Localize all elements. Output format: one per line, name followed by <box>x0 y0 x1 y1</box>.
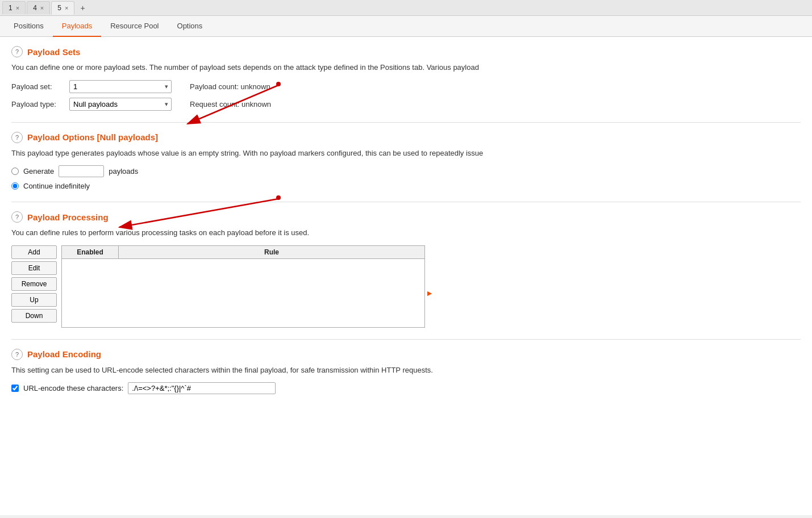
generate-label: Generate <box>23 167 54 176</box>
tab-resource-pool[interactable]: Resource Pool <box>101 16 168 37</box>
payload-processing-header: ? Payload Processing <box>11 211 801 223</box>
payload-encoding-desc: This setting can be used to URL-encode s… <box>11 365 801 376</box>
payload-processing-desc: You can define rules to perform various … <box>11 227 801 239</box>
payload-type-select[interactable]: Null payloads <box>69 98 172 111</box>
generate-radio[interactable] <box>11 168 19 175</box>
url-encode-checkbox[interactable] <box>11 385 19 392</box>
continue-label: Continue indefinitely <box>23 182 90 190</box>
new-tab-button[interactable]: + <box>76 1 89 15</box>
continue-radio-option: Continue indefinitely <box>11 182 801 190</box>
url-encode-label: URL-encode these characters: <box>23 384 123 392</box>
window-tab-1[interactable]: 1 × <box>2 1 26 14</box>
payload-sets-section: ? Payload Sets You can define one or mor… <box>11 46 801 111</box>
payload-type-row: Payload type: Null payloads Request coun… <box>11 98 801 111</box>
payload-options-help-icon[interactable]: ? <box>11 132 23 143</box>
payload-processing-title: Payload Processing <box>27 212 109 222</box>
generate-suffix: payloads <box>109 167 138 176</box>
window-tab-5-close[interactable]: × <box>65 5 68 11</box>
generate-radio-option: Generate payloads <box>11 165 801 177</box>
payload-processing-help-icon[interactable]: ? <box>11 211 23 223</box>
payload-count-info: Payload count: unknown <box>190 82 270 91</box>
payload-type-label: Payload type: <box>11 100 63 108</box>
url-encode-row: URL-encode these characters: <box>11 382 801 394</box>
window-tab-1-close[interactable]: × <box>16 5 19 11</box>
payload-set-label: Payload set: <box>11 82 63 91</box>
payload-set-select[interactable]: 1 <box>69 80 172 93</box>
down-rule-button[interactable]: Down <box>11 309 57 323</box>
divider-1 <box>11 122 801 123</box>
payload-set-row: Payload set: 1 Payload count: unknown <box>11 80 801 93</box>
payload-encoding-section: ? Payload Encoding This setting can be u… <box>11 349 801 395</box>
window-tab-4[interactable]: 4 × <box>27 1 50 14</box>
payload-options-section: ? Payload Options [Null payloads] This p… <box>11 132 801 191</box>
payload-encoding-header: ? Payload Encoding <box>11 349 801 360</box>
processing-table: Enabled Rule ► <box>61 245 425 328</box>
payload-sets-help-icon[interactable]: ? <box>11 46 23 57</box>
up-rule-button[interactable]: Up <box>11 293 57 307</box>
payload-options-title: Payload Options [Null payloads] <box>27 132 158 142</box>
divider-3 <box>11 339 801 340</box>
nav-tabs: Positions Payloads Resource Pool Options <box>0 16 812 37</box>
tab-options[interactable]: Options <box>168 16 212 37</box>
payload-processing-section: ? Payload Processing You can define rule… <box>11 211 801 328</box>
payload-encoding-title: Payload Encoding <box>27 349 101 359</box>
window-tab-bar: 1 × 4 × 5 × + <box>0 0 812 16</box>
payload-set-select-wrapper: 1 <box>69 80 172 93</box>
main-content: ? Payload Sets You can define one or mor… <box>0 37 812 515</box>
generate-count-input[interactable] <box>59 165 104 177</box>
payload-options-desc: This payload type generates payloads who… <box>11 148 801 159</box>
payload-sets-header: ? Payload Sets <box>11 46 801 57</box>
processing-buttons: Add Edit Remove Up Down <box>11 245 57 323</box>
window-tab-4-label: 4 <box>33 4 37 12</box>
url-encode-chars-input[interactable] <box>128 382 276 394</box>
continue-radio[interactable] <box>11 182 19 190</box>
window-tab-5[interactable]: 5 × <box>51 1 74 15</box>
payload-options-header: ? Payload Options [Null payloads] <box>11 132 801 143</box>
col-rule: Rule <box>119 246 424 258</box>
table-arrow-icon: ► <box>426 289 434 298</box>
window-tab-4-close[interactable]: × <box>40 5 44 11</box>
table-body: ► <box>62 259 424 327</box>
edit-rule-button[interactable]: Edit <box>11 261 57 275</box>
payload-sets-desc: You can define one or more payload sets.… <box>11 62 801 73</box>
payload-sets-title: Payload Sets <box>27 47 80 57</box>
request-count-info: Request count: unknown <box>190 100 271 108</box>
col-enabled: Enabled <box>62 246 119 258</box>
tab-positions[interactable]: Positions <box>5 16 53 37</box>
processing-layout: Add Edit Remove Up Down Enabled Rule ► <box>11 245 801 328</box>
window-tab-1-label: 1 <box>9 4 13 12</box>
window-tab-5-label: 5 <box>57 4 61 12</box>
add-rule-button[interactable]: Add <box>11 245 57 259</box>
payload-type-select-wrapper: Null payloads <box>69 98 172 111</box>
divider-2 <box>11 202 801 202</box>
remove-rule-button[interactable]: Remove <box>11 277 57 291</box>
table-header: Enabled Rule <box>62 246 424 259</box>
tab-payloads[interactable]: Payloads <box>53 16 101 37</box>
payload-encoding-help-icon[interactable]: ? <box>11 349 23 360</box>
